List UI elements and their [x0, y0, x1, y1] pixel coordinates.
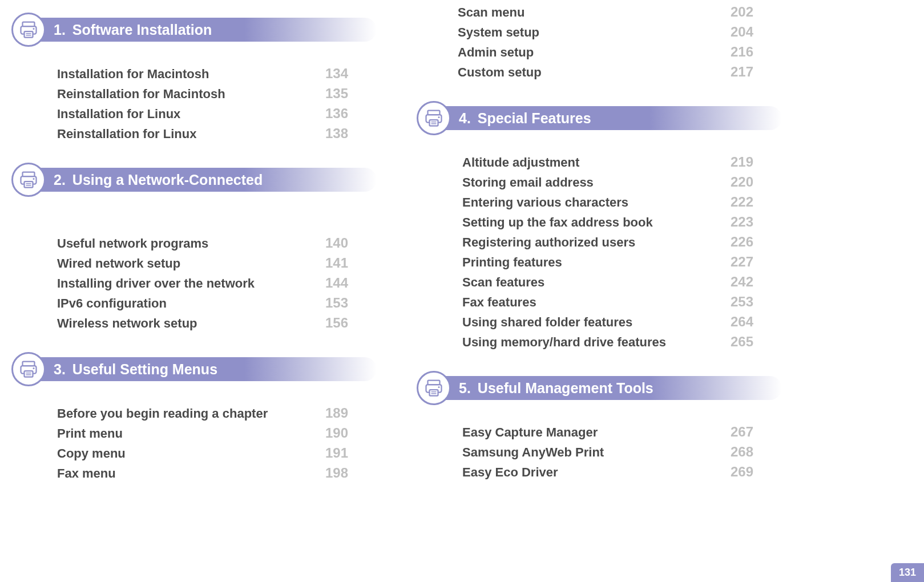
section-number: 1.	[54, 22, 66, 38]
toc-entry[interactable]: Entering various characters222	[462, 194, 753, 210]
toc-entry[interactable]: Altitude adjustment219	[462, 154, 753, 170]
toc-entry[interactable]: Setting up the fax address book223	[462, 214, 753, 230]
toc-label: Before you begin reading a chapter	[57, 406, 268, 421]
section-number: 2.	[54, 172, 66, 188]
toc-entry[interactable]: Wired network setup141	[57, 255, 348, 271]
section-number: 3.	[54, 361, 66, 378]
toc-list-1: Installation for Macintosh134 Reinstalla…	[11, 57, 377, 150]
section-number: 4.	[459, 110, 471, 127]
toc-label: Fax menu	[57, 466, 116, 481]
toc-label: Admin setup	[458, 45, 534, 60]
section-header-2: 2. Using a Network-Connected	[11, 163, 377, 197]
toc-list-2: Useful network programs140 Wired network…	[11, 227, 377, 340]
toc-entry[interactable]: Samsung AnyWeb Print268	[462, 444, 753, 460]
toc-page: 138	[325, 126, 348, 142]
toc-entry[interactable]: Copy menu191	[57, 445, 348, 461]
toc-entry[interactable]: System setup204	[458, 24, 753, 40]
toc-entry[interactable]: IPv6 configuration153	[57, 295, 348, 311]
toc-page: 242	[731, 274, 753, 290]
toc-page: 202	[731, 4, 753, 20]
toc-page: 204	[731, 24, 753, 40]
section-title: Using a Network-Connected	[72, 172, 263, 188]
toc-label: Scan menu	[458, 5, 524, 20]
toc-page: 140	[325, 235, 348, 251]
toc-page: 220	[731, 174, 753, 190]
toc-entry[interactable]: Storing email address220	[462, 174, 753, 190]
toc-entry[interactable]: Installation for Macintosh134	[57, 66, 348, 82]
section-bar: 1. Software Installation	[29, 18, 377, 42]
toc-list-continued: Scan menu202 System setup204 Admin setup…	[417, 4, 782, 88]
section-title: Software Installation	[72, 22, 212, 38]
toc-page: 253	[731, 294, 753, 310]
toc-page: 269	[731, 464, 753, 480]
toc-entry[interactable]: Easy Eco Driver269	[462, 464, 753, 480]
section-header-4: 4. Special Features	[417, 101, 782, 135]
toc-page: 222	[731, 194, 753, 210]
toc-entry[interactable]: Using memory/hard drive features265	[462, 334, 753, 350]
section-title: Useful Management Tools	[478, 380, 653, 397]
toc-entry[interactable]: Fax menu198	[57, 465, 348, 481]
section-header-5: 5. Useful Management Tools	[417, 371, 782, 405]
toc-label: Altitude adjustment	[462, 155, 579, 170]
toc-entry[interactable]: Using shared folder features264	[462, 314, 753, 330]
toc-label: Printing features	[462, 255, 562, 270]
toc-entry[interactable]: Useful network programs140	[57, 235, 348, 251]
section-bar: 3. Useful Setting Menus	[29, 357, 377, 381]
right-column: Scan menu202 System setup204 Admin setup…	[417, 0, 782, 490]
toc-page: 134	[325, 66, 348, 82]
toc-list-4: Altitude adjustment219 Storing email add…	[417, 146, 782, 358]
toc-page: 264	[731, 314, 753, 330]
toc-label: Reinstallation for Linux	[57, 127, 196, 142]
section-bar: 5. Useful Management Tools	[434, 376, 782, 400]
toc-label: Entering various characters	[462, 195, 628, 210]
section-header-3: 3. Useful Setting Menus	[11, 352, 377, 386]
toc-entry[interactable]: Reinstallation for Linux138	[57, 126, 348, 142]
toc-entry[interactable]: Wireless network setup156	[57, 315, 348, 331]
printer-icon	[11, 352, 46, 386]
toc-entry[interactable]: Fax features253	[462, 294, 753, 310]
toc-page: 156	[325, 315, 348, 331]
toc-label: Installation for Linux	[57, 107, 180, 122]
toc-label: Using memory/hard drive features	[462, 335, 666, 350]
toc-page: 189	[325, 405, 348, 421]
toc-page: 136	[325, 106, 348, 122]
toc-page: 141	[325, 255, 348, 271]
toc-label: IPv6 configuration	[57, 296, 167, 311]
toc-entry[interactable]: Scan features242	[462, 274, 753, 290]
toc-page: 217	[731, 64, 753, 80]
toc-entry[interactable]: Before you begin reading a chapter189	[57, 405, 348, 421]
toc-page: 267	[731, 424, 753, 440]
toc-entry[interactable]: Printing features227	[462, 254, 753, 270]
toc-label: Installation for Macintosh	[57, 67, 209, 82]
toc-entry[interactable]: Reinstallation for Macintosh135	[57, 86, 348, 102]
page-number: 131	[899, 567, 916, 578]
toc-label: Reinstallation for Macintosh	[57, 87, 225, 102]
toc-label: System setup	[458, 25, 539, 40]
printer-icon	[417, 371, 451, 405]
toc-entry[interactable]: Print menu190	[57, 425, 348, 441]
section-header-1: 1. Software Installation	[11, 13, 377, 47]
toc-label: Using shared folder features	[462, 315, 632, 330]
toc-label: Installing driver over the network	[57, 276, 255, 291]
left-column: 1. Software Installation Installation fo…	[11, 0, 377, 490]
toc-page: 216	[731, 44, 753, 60]
toc-label: Setting up the fax address book	[462, 215, 653, 230]
toc-label: Easy Capture Manager	[462, 425, 598, 440]
toc-entry[interactable]: Custom setup217	[458, 64, 753, 80]
toc-label: Registering authorized users	[462, 235, 635, 250]
toc-label: Print menu	[57, 426, 123, 441]
toc-entry[interactable]: Admin setup216	[458, 44, 753, 60]
section-title: Special Features	[478, 110, 591, 127]
toc-entry[interactable]: Installation for Linux136	[57, 106, 348, 122]
toc-entry[interactable]: Easy Capture Manager267	[462, 424, 753, 440]
toc-entry[interactable]: Installing driver over the network144	[57, 275, 348, 291]
toc-label: Fax features	[462, 295, 536, 310]
toc-page: 144	[325, 275, 348, 291]
toc-label: Wired network setup	[57, 256, 180, 271]
toc-entry[interactable]: Registering authorized users226	[462, 234, 753, 250]
toc-page: 153	[325, 295, 348, 311]
page-number-badge: 131	[891, 563, 924, 582]
toc-entry[interactable]: Scan menu202	[458, 4, 753, 20]
toc-page: 223	[731, 214, 753, 230]
toc-label: Wireless network setup	[57, 316, 197, 331]
